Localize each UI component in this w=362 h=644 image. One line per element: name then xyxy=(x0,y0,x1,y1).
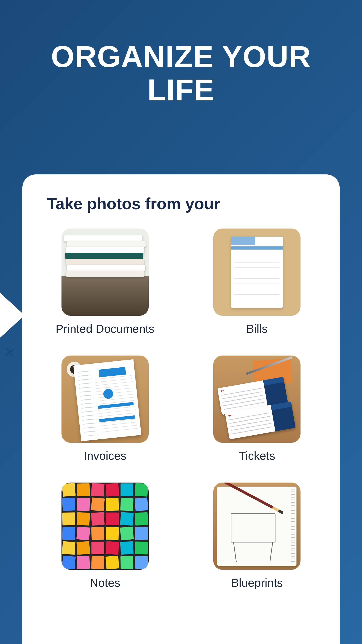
category-label: Tickets xyxy=(239,449,275,462)
category-invoices[interactable]: Invoices xyxy=(47,356,163,462)
category-grid: Printed Documents Bills xyxy=(47,228,315,590)
bill-sheet-icon xyxy=(213,228,300,316)
boarding-pass-icon xyxy=(213,356,300,443)
category-label: Blueprints xyxy=(231,576,283,590)
close-x-icon: × xyxy=(3,342,16,364)
category-tickets[interactable]: Tickets xyxy=(199,356,315,462)
content-card: Take photos from your Printed Documents … xyxy=(22,174,340,644)
category-label: Invoices xyxy=(84,449,126,462)
card-pointer-decoration xyxy=(0,291,24,340)
category-bills[interactable]: Bills xyxy=(199,228,315,336)
sticky-notes-icon xyxy=(62,482,149,570)
sketchbook-icon xyxy=(213,482,300,570)
category-label: Printed Documents xyxy=(56,322,154,336)
subtitle: Take photos from your xyxy=(47,194,315,213)
invoice-page-icon xyxy=(62,356,149,443)
stacked-papers-icon xyxy=(62,228,149,316)
category-blueprints[interactable]: Blueprints xyxy=(199,482,315,590)
category-printed-documents[interactable]: Printed Documents xyxy=(47,228,163,336)
headline: ORGANIZE YOUR LIFE xyxy=(0,0,362,107)
category-label: Bills xyxy=(246,322,268,336)
category-label: Notes xyxy=(90,576,120,590)
category-notes[interactable]: Notes xyxy=(47,482,163,590)
